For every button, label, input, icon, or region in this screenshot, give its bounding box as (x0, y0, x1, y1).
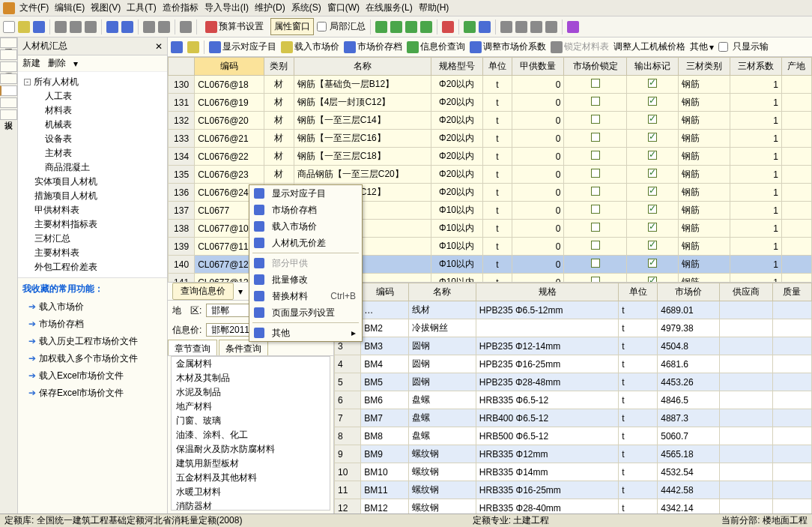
table-row[interactable]: 2BM2冷拔钢丝t4979.38 (335, 319, 812, 337)
table-row[interactable]: 10BM10螺纹钢HRB335 Φ14mmt4532.54 (335, 463, 812, 481)
checkbox[interactable] (648, 133, 657, 142)
context-menu-item[interactable]: 部分甲供 (249, 255, 362, 271)
tree-item[interactable]: 措施项目人材机 (24, 189, 164, 203)
context-menu-item[interactable]: 人材机无价差 (249, 235, 362, 251)
vtab-overview[interactable]: 工程概况 (0, 37, 17, 48)
menu-item[interactable]: 编辑(E) (55, 1, 85, 14)
menu-item[interactable]: 文件(F) (19, 1, 49, 14)
budget-settings-button[interactable]: 预算书设置 (202, 18, 267, 35)
category-item[interactable]: 地产材料 (172, 400, 330, 414)
menu-item[interactable]: 维护(D) (255, 1, 285, 14)
tool-icon[interactable] (158, 21, 170, 33)
category-item[interactable]: 消防器材 (172, 499, 330, 511)
tree-item[interactable]: 商品混凝土 (24, 160, 164, 175)
tree-item[interactable]: 实体项目人材机 (24, 175, 164, 189)
menu-item[interactable]: 造价指标 (163, 1, 199, 14)
category-item[interactable]: 油漆、涂料、化工 (172, 428, 330, 442)
redo-icon[interactable] (121, 21, 133, 33)
table-row[interactable]: 134CL0676@22材钢筋【一至三层C18】Φ20以内t0钢筋1 (169, 148, 812, 166)
col-header[interactable]: 产地 (781, 58, 811, 76)
table-row[interactable]: 7BM7盘螺HRB400 Φ6.5-12t4887.3 (335, 409, 812, 427)
tree-item[interactable]: 机械表 (24, 118, 164, 132)
fav-item[interactable]: ➔保存Excel市场价文件 (22, 385, 163, 402)
nav-last-icon[interactable] (420, 21, 432, 33)
checkbox[interactable] (591, 241, 600, 250)
nav-next-icon[interactable] (405, 21, 417, 33)
category-item[interactable]: 木材及其制品 (172, 371, 330, 385)
tree-item[interactable]: 材料表 (24, 103, 164, 118)
col-header[interactable]: 编码 (361, 283, 409, 301)
fav-item[interactable]: ➔载入历史工程市场价文件 (22, 333, 163, 350)
checkbox[interactable] (591, 151, 600, 160)
vtab-report[interactable]: 报表 (0, 109, 17, 120)
copy-icon[interactable] (70, 21, 82, 33)
adjust-labor-button[interactable]: 调整人工机械价格 (613, 40, 685, 53)
lock-table-button[interactable]: 锁定材料表 (551, 40, 609, 53)
vtab-machine[interactable]: 人材机汇总 (0, 85, 17, 96)
tool-icon[interactable] (567, 21, 579, 33)
table-row[interactable]: 6BM6盘螺HRB335 Φ6.5-12t4846.5 (335, 391, 812, 409)
tree-item[interactable]: 人工表 (24, 89, 164, 103)
chevron-down-icon[interactable]: ▾ (238, 286, 243, 297)
table-row[interactable]: 3BM3圆钢HPB235 Φ12-14mmt4504.8 (335, 337, 812, 355)
menu-item[interactable]: 系统(S) (291, 1, 321, 14)
context-menu-item[interactable]: 其他▸ (249, 325, 362, 341)
tool-icon[interactable] (515, 21, 527, 33)
context-menu-item[interactable]: 页面显示列设置 (249, 304, 362, 321)
checkbox[interactable] (591, 259, 600, 268)
col-header[interactable]: 单位 (482, 58, 512, 76)
table-row[interactable]: 130CL0676@18材钢筋【基础负一层B12】Φ20以内t0钢筋1 (169, 76, 812, 94)
other-button[interactable]: 其他▾ (690, 40, 714, 53)
collapse-icon[interactable]: - (24, 79, 31, 85)
context-menu-item[interactable]: 市场价存档 (249, 202, 362, 218)
menu-item[interactable]: 视图(V) (91, 1, 121, 14)
tree-item[interactable]: 主材表 (24, 146, 164, 160)
export-icon[interactable] (479, 21, 491, 33)
tree-item[interactable]: 甲供材料表 (24, 203, 164, 217)
col-header[interactable]: 规格 (476, 283, 618, 301)
tree-item[interactable]: 外包工程价差表 (24, 260, 164, 274)
checkbox[interactable] (591, 223, 600, 232)
table-row[interactable]: 131CL0676@19材钢筋【4层一封顶C12】Φ20以内t0钢筋1 (169, 94, 812, 112)
fav-item[interactable]: ➔载入市场价 (22, 298, 163, 316)
col-header[interactable]: 名称 (408, 283, 476, 301)
col-header[interactable]: 单位 (619, 283, 658, 301)
table-row[interactable]: …线材HPB235 Φ6.5-12mmt4689.01 (335, 301, 812, 319)
menu-item[interactable]: 工具(T) (127, 1, 156, 14)
vtab-cost[interactable]: 费用汇总 (0, 97, 17, 108)
fav-item[interactable]: ➔加权载入多个市场价文件 (22, 350, 163, 367)
cut-icon[interactable] (55, 21, 67, 33)
fav-item[interactable]: ➔市场价存档 (22, 316, 163, 333)
checkbox[interactable] (591, 277, 600, 282)
tool-icon[interactable] (545, 21, 557, 33)
checkbox[interactable] (591, 205, 600, 214)
menu-item[interactable]: 帮助(H) (419, 1, 449, 14)
table-row[interactable]: 133CL0676@21材钢筋【一至三层C16】Φ20以内t0钢筋1 (169, 130, 812, 148)
undo-icon[interactable] (106, 21, 118, 33)
menu-item[interactable]: 导入导出(I) (204, 1, 249, 14)
vtab-measure[interactable]: 措施项目 (0, 61, 17, 72)
table-row[interactable]: 132CL0676@20材钢筋【一至三层C14】Φ20以内t0钢筋1 (169, 112, 812, 130)
dropdown-icon[interactable]: ▾ (73, 58, 78, 69)
open-icon[interactable] (18, 21, 30, 33)
nav-first-icon[interactable] (375, 21, 387, 33)
context-menu-item[interactable]: 批量修改 (249, 271, 362, 288)
checkbox[interactable] (648, 241, 657, 250)
tool-icon[interactable] (180, 21, 192, 33)
vtab-budget[interactable]: 预算书 (0, 49, 17, 60)
tool-icon[interactable] (530, 21, 542, 33)
load-price-button[interactable]: 载入市场价 (281, 40, 339, 53)
col-header[interactable]: 甲供数量 (512, 58, 564, 76)
query-price-button[interactable]: 信息价查询 (407, 40, 465, 53)
table-row[interactable]: 9BM9螺纹钢HRB335 Φ12mmt4565.18 (335, 445, 812, 463)
tool-icon[interactable] (143, 21, 155, 33)
delete-icon[interactable] (442, 21, 454, 33)
col-header[interactable]: 供应商 (719, 283, 772, 301)
menu-item[interactable]: 在线服务(L) (366, 1, 413, 14)
table-row[interactable]: 8BM8盘螺HRB500 Φ6.5-12t5060.7 (335, 427, 812, 445)
tree-item[interactable]: 设备表 (24, 132, 164, 146)
show-only-checkbox[interactable] (718, 42, 728, 52)
tool-icon[interactable] (500, 21, 512, 33)
close-icon[interactable]: ✕ (155, 41, 163, 52)
tab-chapter[interactable]: 章节查询 (168, 340, 217, 355)
